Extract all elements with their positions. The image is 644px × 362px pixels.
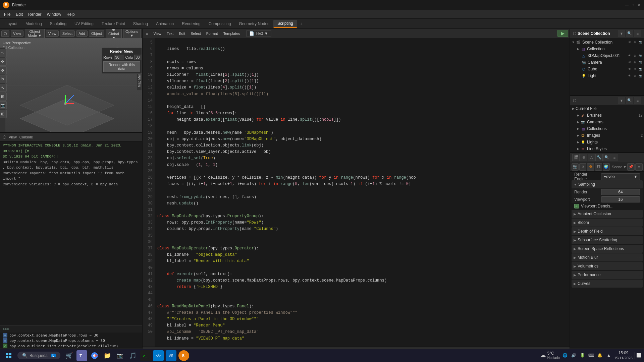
performance-header[interactable]: ▶ Performance ··· bbox=[572, 271, 643, 279]
props-search[interactable]: 🔍 bbox=[603, 154, 610, 161]
code-area[interactable]: lines = file.readlines() ncols = rows nr… bbox=[155, 38, 570, 347]
keyboard-icon[interactable]: ⌨ bbox=[588, 352, 595, 359]
outline2-item-images[interactable]: ▶ 🖼 Images 2 bbox=[570, 132, 644, 139]
viewport-view-btn[interactable]: View bbox=[46, 31, 59, 37]
console-console-btn[interactable]: Console bbox=[19, 135, 33, 139]
volumetrics-header[interactable]: ▶ Volumetrics ··· bbox=[572, 262, 643, 270]
outline-item-3dmapobject[interactable]: △ 3DMapObject.001 👁 ⊕ 📷 bbox=[570, 52, 644, 59]
close-button[interactable]: ✕ bbox=[637, 3, 641, 7]
props-tab-modifiers[interactable]: 🔧 bbox=[595, 154, 603, 161]
light-cursor[interactable]: ⊕ bbox=[633, 73, 637, 78]
3dmapobj-eye[interactable]: 👁 bbox=[627, 53, 632, 58]
tool-move[interactable]: ✥ bbox=[0, 66, 7, 74]
menu-window[interactable]: Window bbox=[44, 11, 64, 17]
outline-item-camera[interactable]: 📷 Camera 👁 ⊕ 📷 bbox=[570, 59, 644, 66]
menu-render[interactable]: Render bbox=[25, 11, 44, 17]
run-script-button[interactable]: ▶ bbox=[557, 30, 568, 37]
menu-file[interactable]: File bbox=[1, 11, 13, 17]
tool-grid[interactable]: ⊞ bbox=[0, 110, 7, 118]
outline-filter-btn[interactable]: ▼ bbox=[618, 30, 625, 37]
depth-of-field-header[interactable]: ▶ Depth of Field ··· bbox=[572, 227, 643, 235]
motion-blur-header[interactable]: ▶ Motion Blur ··· bbox=[572, 253, 643, 261]
notifications-icon[interactable]: 🔔 bbox=[597, 352, 603, 359]
props-filter2[interactable]: ≡ bbox=[635, 163, 643, 171]
outline2-item-lights[interactable]: ▶ 💡 Lights bbox=[570, 139, 644, 145]
tool-cursor[interactable]: ✛ bbox=[0, 58, 7, 66]
props-icon-active[interactable]: ⚙ bbox=[587, 163, 594, 171]
menu-edit[interactable]: Edit bbox=[13, 11, 25, 17]
taskbar-blender-icon[interactable]: B bbox=[178, 350, 189, 361]
subsurface-scattering-header[interactable]: ▶ Subsurface Scattering ··· bbox=[572, 236, 643, 244]
props-icon-scene[interactable]: 🎞 bbox=[595, 163, 602, 171]
cube-render[interactable]: 📷 bbox=[638, 67, 643, 71]
console-input[interactable] bbox=[9, 327, 139, 331]
viewport-select-btn[interactable]: Select bbox=[60, 31, 75, 37]
tab-compositing[interactable]: Compositing bbox=[205, 20, 235, 28]
outline-item-scene-collection[interactable]: ▼ 🎬 Scene Collection 👁 ⊕ 📷 bbox=[570, 39, 644, 46]
light-render[interactable]: 📷 bbox=[638, 73, 643, 78]
tab-geometry-nodes[interactable]: Geometry Nodes bbox=[235, 20, 273, 28]
taskbar-chrome-icon[interactable] bbox=[89, 350, 100, 361]
sampling-header[interactable]: ▼ Sampling ··· bbox=[572, 180, 643, 188]
3dmapobj-render[interactable]: 📷 bbox=[638, 53, 643, 58]
outline-search-btn[interactable]: 🔍 bbox=[626, 30, 633, 37]
tab-uv-editing[interactable]: UV Editing bbox=[70, 20, 98, 28]
props-tab-scene[interactable]: 🎬 bbox=[572, 154, 580, 161]
up-arrow-icon[interactable]: ▲ bbox=[605, 352, 612, 359]
tab-layout[interactable]: Layout bbox=[1, 20, 21, 28]
outline-item-collection[interactable]: ▶ ▤ Collection bbox=[570, 46, 644, 52]
tab-scripting[interactable]: Scripting bbox=[273, 20, 297, 28]
light-eye[interactable]: 👁 bbox=[627, 73, 632, 78]
taskbar-music-icon[interactable]: 🎵 bbox=[127, 350, 138, 361]
outline-item-cube[interactable]: ⬡ Cube 👁 ⊕ 📷 bbox=[570, 66, 644, 72]
script-editor-type-btn[interactable]: ≡ bbox=[144, 31, 150, 36]
tool-scale[interactable]: ⤡ bbox=[0, 84, 7, 92]
tab-rendering[interactable]: Rendering bbox=[178, 20, 204, 28]
script-format-menu[interactable]: Format bbox=[204, 31, 220, 36]
scene-collection-cursor[interactable]: ⊕ bbox=[633, 40, 637, 45]
tab-sculpting[interactable]: Sculpting bbox=[46, 20, 70, 28]
tool-transform[interactable]: ⊞ bbox=[0, 93, 7, 101]
render-engine-select[interactable]: Eevee ▼ bbox=[601, 173, 640, 180]
outline-item-light[interactable]: 💡 Light 👁 ⊕ 📷 bbox=[570, 72, 644, 79]
taskbar-vscode-blue-icon[interactable]: VS bbox=[166, 350, 176, 361]
outline2-item-cameras[interactable]: ▶ 📷 Cameras bbox=[570, 119, 644, 125]
script-view-menu[interactable]: View bbox=[151, 31, 163, 36]
props-tab-world[interactable]: ⊕ bbox=[580, 154, 587, 161]
viewport-object-btn[interactable]: Object bbox=[89, 31, 104, 37]
screen-space-reflections-header[interactable]: ▶ Screen Space Reflections ··· bbox=[572, 245, 643, 253]
menu-help[interactable]: Help bbox=[64, 11, 77, 17]
taskbar-camera-icon[interactable]: 📷 bbox=[115, 350, 125, 361]
viewport-denoise-checkbox[interactable]: ✓ bbox=[574, 204, 579, 208]
battery-icon[interactable]: 🔋 bbox=[579, 352, 586, 359]
tool-select[interactable]: ↖ bbox=[0, 49, 7, 57]
viewport-samples-input[interactable]: 16 bbox=[601, 196, 640, 202]
outline2-item-collections[interactable]: ▶ ▤ Collections bbox=[570, 125, 644, 132]
camera-eye[interactable]: 👁 bbox=[627, 60, 632, 65]
taskbar-files-icon[interactable]: 📁 bbox=[102, 350, 113, 361]
add-workspace-button[interactable]: + bbox=[297, 20, 305, 28]
props-pin[interactable]: 📌 bbox=[627, 163, 635, 171]
minimize-button[interactable]: — bbox=[625, 3, 629, 7]
taskbar-teams-icon[interactable]: T bbox=[76, 350, 87, 361]
start-button[interactable] bbox=[3, 350, 15, 362]
script-text-menu[interactable]: Text bbox=[165, 31, 175, 36]
colu-input[interactable] bbox=[134, 55, 142, 60]
maximize-button[interactable]: □ bbox=[631, 3, 635, 7]
viewport-editor-type-btn[interactable]: ⬡ bbox=[1, 31, 9, 37]
outline2-item-linestyles[interactable]: ▶ ✏ Line Styles bbox=[570, 145, 644, 152]
camera-cursor[interactable]: ⊕ bbox=[633, 60, 637, 65]
script-select-menu[interactable]: Select bbox=[189, 31, 203, 36]
taskbar-terminal-icon[interactable]: >_ bbox=[140, 350, 151, 361]
tab-texture-paint[interactable]: Texture Paint bbox=[98, 20, 129, 28]
props-icon-output[interactable]: 🖥 bbox=[579, 163, 586, 171]
tab-modeling[interactable]: Modeling bbox=[21, 20, 46, 28]
render-with-data-button[interactable]: Render with this data bbox=[103, 61, 140, 72]
render-samples-input[interactable]: 64 bbox=[601, 189, 640, 195]
props-tab-object[interactable]: △ bbox=[588, 154, 595, 161]
rows-input[interactable] bbox=[114, 55, 124, 60]
outline-options-btn[interactable]: ≡ bbox=[634, 30, 641, 37]
viewport-options-btn[interactable]: Options ▼ bbox=[123, 29, 141, 39]
speaker-icon[interactable]: 🔊 bbox=[571, 352, 577, 359]
props-icon-world[interactable]: 🌍 bbox=[603, 163, 610, 171]
